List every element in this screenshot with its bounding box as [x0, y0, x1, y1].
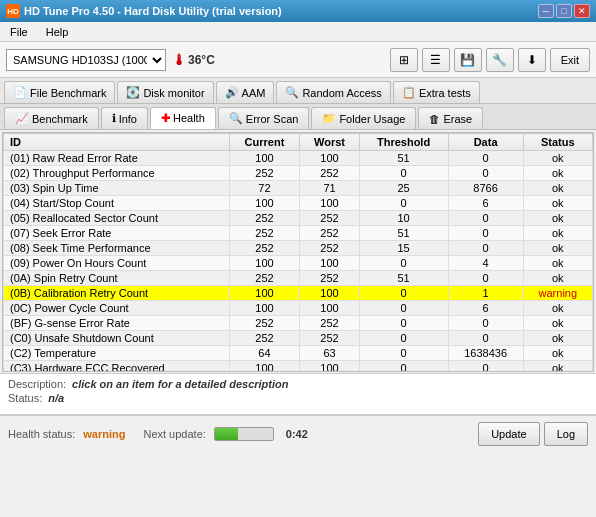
window-controls: ─ □ ✕ [538, 4, 590, 18]
description-label: Description: [8, 378, 66, 390]
table-row[interactable]: (C2) Temperature646301638436ok [4, 346, 593, 361]
update-button[interactable]: Update [478, 422, 539, 446]
file-benchmark-icon: 📄 [13, 86, 27, 99]
table-row[interactable]: (C3) Hardware ECC Recovered10010000ok [4, 361, 593, 373]
table-row[interactable]: (01) Raw Read Error Rate100100510ok [4, 151, 593, 166]
menu-file[interactable]: File [6, 26, 32, 38]
col-header-data[interactable]: Data [448, 134, 523, 151]
table-row[interactable]: (02) Throughput Performance25225200ok [4, 166, 593, 181]
title-bar-left: HD HD Tune Pro 4.50 - Hard Disk Utility … [6, 4, 282, 18]
next-update-label: Next update: [143, 428, 205, 440]
toolbar-btn-4[interactable]: 🔧 [486, 48, 514, 72]
action-buttons: Update Log [478, 422, 588, 446]
temperature-display: 🌡 36°C [172, 52, 215, 68]
col-header-current[interactable]: Current [229, 134, 300, 151]
app-title: HD Tune Pro 4.50 - Hard Disk Utility (tr… [24, 5, 282, 17]
health-status-label: Health status: [8, 428, 75, 440]
col-header-worst[interactable]: Worst [300, 134, 359, 151]
tab-random-access[interactable]: 🔍 Random Access [276, 81, 390, 103]
health-icon: ✚ [161, 112, 170, 125]
main-content: ID Current Worst Threshold Data Status (… [0, 130, 596, 415]
tab-file-benchmark[interactable]: 📄 File Benchmark [4, 81, 115, 103]
table-row[interactable]: (0B) Calibration Retry Count10010001warn… [4, 286, 593, 301]
toolbar-btn-2[interactable]: ☰ [422, 48, 450, 72]
table-row[interactable]: (09) Power On Hours Count10010004ok [4, 256, 593, 271]
table-row[interactable]: (07) Seek Error Rate252252510ok [4, 226, 593, 241]
smart-table-container[interactable]: ID Current Worst Threshold Data Status (… [2, 132, 594, 372]
extra-tests-icon: 📋 [402, 86, 416, 99]
maximize-button[interactable]: □ [556, 4, 572, 18]
bottom-tab-bar: 📈 Benchmark ℹ Info ✚ Health 🔍 Error Scan… [0, 104, 596, 130]
close-button[interactable]: ✕ [574, 4, 590, 18]
tab-error-scan[interactable]: 🔍 Error Scan [218, 107, 310, 129]
description-area: Description: click on an item for a deta… [0, 373, 596, 415]
tab-extra-tests[interactable]: 📋 Extra tests [393, 81, 480, 103]
progress-bar-fill [215, 428, 238, 440]
aam-icon: 🔊 [225, 86, 239, 99]
toolbar: SAMSUNG HD103SJ (1000 gB) 🌡 36°C ⊞ ☰ 💾 🔧… [0, 42, 596, 78]
table-row[interactable]: (08) Seek Time Performance252252150ok [4, 241, 593, 256]
thermometer-icon: 🌡 [172, 52, 186, 68]
error-scan-icon: 🔍 [229, 112, 243, 125]
top-tab-bar: 📄 File Benchmark 💽 Disk monitor 🔊 AAM 🔍 … [0, 78, 596, 104]
tab-health[interactable]: ✚ Health [150, 107, 216, 129]
random-access-icon: 🔍 [285, 86, 299, 99]
col-header-id[interactable]: ID [4, 134, 230, 151]
description-value: click on an item for a detailed descript… [72, 378, 288, 390]
status-row: Status: n/a [8, 392, 588, 404]
info-icon: ℹ [112, 112, 116, 125]
table-row[interactable]: (04) Start/Stop Count10010006ok [4, 196, 593, 211]
table-row[interactable]: (BF) G-sense Error Rate25225200ok [4, 316, 593, 331]
disk-selector[interactable]: SAMSUNG HD103SJ (1000 gB) [6, 49, 166, 71]
time-value: 0:42 [286, 428, 308, 440]
toolbar-btn-1[interactable]: ⊞ [390, 48, 418, 72]
tab-info[interactable]: ℹ Info [101, 107, 148, 129]
benchmark-icon: 📈 [15, 112, 29, 125]
table-row[interactable]: (03) Spin Up Time7271258766ok [4, 181, 593, 196]
menu-help[interactable]: Help [42, 26, 73, 38]
tab-folder-usage[interactable]: 📁 Folder Usage [311, 107, 416, 129]
health-status-value: warning [83, 428, 125, 440]
tab-erase[interactable]: 🗑 Erase [418, 107, 483, 129]
toolbar-icons: ⊞ ☰ 💾 🔧 ⬇ Exit [390, 48, 590, 72]
folder-usage-icon: 📁 [322, 112, 336, 125]
col-header-status[interactable]: Status [523, 134, 592, 151]
table-area: ID Current Worst Threshold Data Status (… [0, 130, 596, 373]
table-row[interactable]: (C0) Unsafe Shutdown Count25225200ok [4, 331, 593, 346]
tab-benchmark[interactable]: 📈 Benchmark [4, 107, 99, 129]
menu-bar: File Help [0, 22, 596, 42]
toolbar-btn-3[interactable]: 💾 [454, 48, 482, 72]
tab-aam[interactable]: 🔊 AAM [216, 81, 275, 103]
progress-bar [214, 427, 274, 441]
status-value: n/a [48, 392, 64, 404]
status-label: Status: [8, 392, 42, 404]
title-bar: HD HD Tune Pro 4.50 - Hard Disk Utility … [0, 0, 596, 22]
disk-monitor-icon: 💽 [126, 86, 140, 99]
minimize-button[interactable]: ─ [538, 4, 554, 18]
smart-table: ID Current Worst Threshold Data Status (… [3, 133, 593, 372]
exit-button[interactable]: Exit [550, 48, 590, 72]
tab-disk-monitor[interactable]: 💽 Disk monitor [117, 81, 213, 103]
description-row: Description: click on an item for a deta… [8, 378, 588, 390]
col-header-threshold[interactable]: Threshold [359, 134, 448, 151]
table-row[interactable]: (0A) Spin Retry Count252252510ok [4, 271, 593, 286]
log-button[interactable]: Log [544, 422, 588, 446]
status-bar: Health status: warning Next update: 0:42… [0, 415, 596, 451]
table-row[interactable]: (05) Reallocated Sector Count252252100ok [4, 211, 593, 226]
toolbar-btn-5[interactable]: ⬇ [518, 48, 546, 72]
table-row[interactable]: (0C) Power Cycle Count10010006ok [4, 301, 593, 316]
temperature-value: 36°C [188, 53, 215, 67]
app-icon: HD [6, 4, 20, 18]
erase-icon: 🗑 [429, 113, 440, 125]
